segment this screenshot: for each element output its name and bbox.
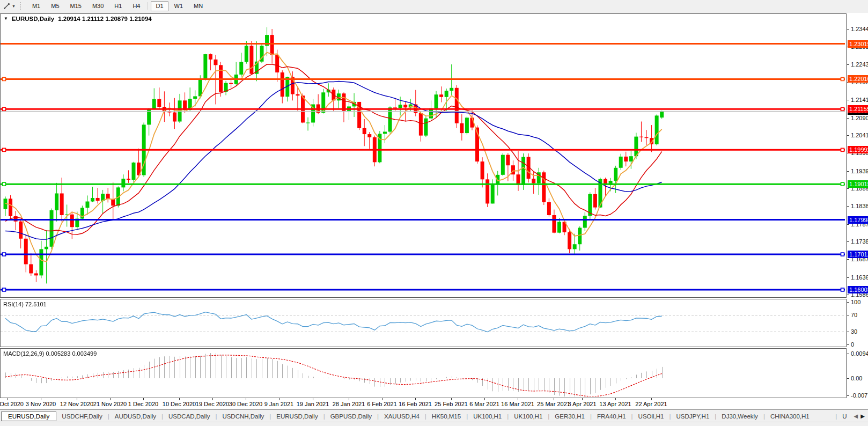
tab-ger30-h1[interactable]: GER30,H1: [550, 412, 590, 421]
tab-separator: |: [507, 413, 509, 420]
date-axis-tickmark: [615, 398, 616, 400]
timeframe-button-m15[interactable]: M15: [65, 1, 86, 11]
price-axis-tick: 1.18385: [847, 203, 868, 209]
tab-audusd-daily[interactable]: AUDUSD,Daily: [110, 412, 161, 421]
date-axis-label: 16 Mar 2021: [501, 401, 534, 407]
date-axis-label: 19 Dec 2020: [196, 401, 229, 407]
tab-separator: |: [161, 413, 163, 420]
date-axis-tickmark: [582, 398, 583, 400]
date-axis-tickmark: [179, 398, 180, 400]
tab-separator: |: [215, 413, 217, 420]
price-axis-tick: 1.19390: [847, 168, 868, 174]
tab-uk100-h1[interactable]: UK100,H1: [509, 412, 547, 421]
tab-separator: |: [269, 413, 271, 420]
macd-axis-tick: -0.00777: [847, 392, 868, 399]
price-level-label: 1.22010: [848, 75, 868, 83]
top-toolbar: ▼ M1M5M15M30H1H4D1W1MN: [0, 0, 868, 12]
timeframe-button-m30[interactable]: M30: [87, 1, 108, 11]
cursor-tool-button[interactable]: ▼: [2, 2, 17, 10]
date-axis-label: 6 Mar 2021: [469, 401, 499, 407]
date-axis-tickmark: [246, 398, 246, 400]
tab-eurusd-daily-active[interactable]: EURUSD,Daily: [1, 412, 56, 421]
chart-tab-bar: EURUSD,DailyUSDCHF,Daily|AUDUSD,Daily|US…: [0, 409, 868, 422]
tab-separator: |: [108, 413, 109, 420]
rsi-axis-tick: 0: [847, 341, 854, 348]
tab-scroll-controls: ◀▶: [852, 413, 868, 419]
tab-eurusd-daily[interactable]: EURUSD,Daily: [271, 412, 322, 421]
tab-china300-h1[interactable]: CHINA300,H1: [766, 412, 814, 421]
timeframe-button-group: M1M5M15M30H1H4D1W1MN: [27, 1, 208, 11]
tab-hk50-m15[interactable]: HK50,M15: [427, 412, 466, 421]
tab-separator: |: [425, 413, 426, 420]
macd-canvas[interactable]: [1, 349, 845, 396]
date-axis-tickmark: [77, 398, 77, 400]
tab-separator: |: [763, 413, 765, 420]
macd-axis-tick: 0.00: [847, 375, 862, 381]
rsi-canvas[interactable]: [1, 299, 845, 346]
tab-u[interactable]: U: [837, 412, 851, 421]
date-axis-label: 25 Mar 2021: [537, 401, 570, 407]
timeframe-button-m1[interactable]: M1: [27, 1, 45, 11]
main-price-chart-panel: ▼ EURUSD,Daily 1.20914 1.21112 1.20879 1…: [0, 13, 847, 298]
date-axis-label: 3 Nov 2020: [26, 401, 56, 407]
rsi-axis-tick: 70: [847, 312, 857, 318]
price-axis: 1.234401.229301.224351.219251.214151.209…: [847, 13, 868, 298]
price-level-label: 1.17012: [848, 251, 868, 258]
date-axis-tickmark: [382, 398, 382, 400]
date-axis-tickmark: [41, 398, 41, 400]
tab-usdjpy-h1[interactable]: USDJPY,H1: [672, 412, 715, 421]
macd-axis-tick: 0.009478: [847, 350, 868, 357]
date-axis-label: 1 Dec 2020: [128, 401, 158, 407]
price-axis-tick: 1.16360: [847, 274, 868, 281]
toolbar-grip-handle[interactable]: [20, 2, 23, 10]
price-axis-tick: 1.23440: [847, 26, 868, 32]
date-axis-label: 12 Nov 2020: [60, 401, 93, 407]
date-axis-tickmark: [518, 398, 518, 400]
date-axis: 24 Oct 20203 Nov 202012 Nov 202021 Nov 2…: [0, 398, 868, 409]
tab-usdchf-daily[interactable]: USDCHF,Daily: [57, 412, 107, 421]
price-axis-tick: 1.20905: [847, 115, 868, 121]
tab-separator: |: [377, 413, 379, 420]
timeframe-button-h4[interactable]: H4: [128, 1, 145, 11]
timeframe-button-h1[interactable]: H1: [109, 1, 127, 11]
tab-separator: |: [835, 413, 837, 420]
tab-separator: |: [631, 413, 633, 420]
date-axis-label: 10 Dec 2020: [163, 401, 196, 407]
timeframe-button-d1[interactable]: D1: [151, 1, 168, 11]
toolbar-divider: [148, 2, 148, 10]
date-axis-tickmark: [484, 398, 485, 400]
price-axis-tick: 1.22435: [847, 61, 868, 68]
chevron-down-icon: ▼: [12, 4, 16, 8]
timeframe-button-mn[interactable]: MN: [189, 1, 208, 11]
tab-usoil-h1[interactable]: USOil,H1: [634, 412, 669, 421]
main-chart-canvas[interactable]: [1, 14, 845, 296]
tab-dj30-weekly[interactable]: DJ30,Weekly: [717, 412, 763, 421]
date-axis-tickmark: [651, 398, 652, 400]
date-axis-tickmark: [212, 398, 213, 400]
date-axis-label: 9 Jan 2021: [264, 401, 293, 407]
date-axis-tickmark: [110, 398, 111, 400]
tab-xauusd-h4[interactable]: XAUUSD,H4: [379, 412, 424, 421]
date-axis-label: 6 Feb 2021: [367, 401, 397, 407]
timeframe-button-w1[interactable]: W1: [170, 1, 188, 11]
tab-scroll-left-icon[interactable]: ◀: [854, 413, 858, 419]
price-axis-tick: 1.20410: [847, 132, 868, 138]
rsi-scale-axis: 10070300: [847, 299, 868, 347]
price-axis-tick: 1.21415: [847, 97, 868, 103]
date-axis-label: 28 Jan 2021: [333, 401, 365, 407]
timeframe-button-m5[interactable]: M5: [46, 1, 64, 11]
date-axis-label: 3 Apr 2021: [568, 401, 596, 407]
tab-fra40-h1[interactable]: FRA40,H1: [592, 412, 631, 421]
tab-usdcnh-daily[interactable]: USDCNH,Daily: [217, 412, 269, 421]
price-level-label: 1.17998: [848, 216, 868, 224]
tab-separator: |: [590, 413, 592, 420]
tab-scroll-right-icon[interactable]: ▶: [860, 413, 865, 419]
tab-usdcad-daily[interactable]: USDCAD,Daily: [164, 412, 215, 421]
tab-uk100-h1[interactable]: UK100,H1: [468, 412, 506, 421]
date-axis-label: 21 Nov 2020: [93, 401, 127, 407]
date-axis-tickmark: [554, 398, 554, 400]
date-axis-label: 22 Apr 2021: [635, 401, 667, 407]
date-axis-label: 30 Dec 2020: [229, 401, 262, 407]
tab-gbpusd-daily[interactable]: GBPUSD,Daily: [326, 412, 377, 421]
tab-separator: |: [323, 413, 325, 420]
